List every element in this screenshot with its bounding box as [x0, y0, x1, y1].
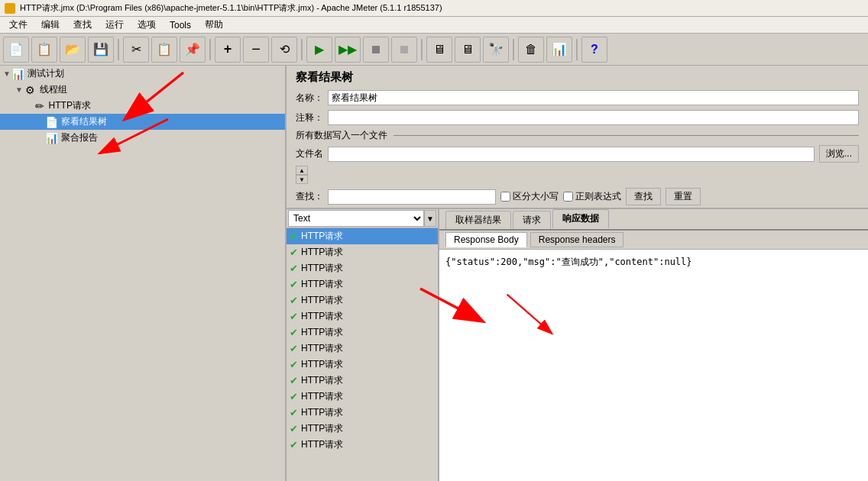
- response-tabs-row: Response Body Response headers: [439, 231, 868, 250]
- check-icon-2: ✔: [290, 263, 298, 274]
- request-item-2[interactable]: ✔ HTTP请求: [287, 260, 438, 276]
- reset-button[interactable]: 重置: [666, 188, 701, 205]
- request-item-9[interactable]: ✔ HTTP请求: [287, 373, 438, 389]
- browse-button[interactable]: 浏览...: [819, 145, 859, 163]
- menu-find[interactable]: 查找: [67, 17, 98, 33]
- check-icon-6: ✔: [290, 327, 298, 338]
- result-list-container: Text JSON XML HTML ▼ ✔ HTTP请求 ✔ HTT: [287, 209, 439, 481]
- tab-request[interactable]: 请求: [513, 211, 551, 229]
- new-button[interactable]: 📄: [3, 37, 29, 63]
- remote-start-button[interactable]: 🖥: [426, 37, 452, 63]
- find-button[interactable]: 查找: [626, 188, 661, 205]
- remote-stop-button[interactable]: 🖥: [455, 37, 481, 63]
- tree-item-aggregate-report[interactable]: 📊 聚合报告: [0, 130, 285, 146]
- tree-item-result-tree[interactable]: 📄 察看结果树: [0, 114, 285, 130]
- result-tree-icon: 📄: [46, 116, 58, 128]
- http-request-icon: ✏: [34, 100, 46, 112]
- menu-options[interactable]: 选项: [131, 17, 162, 33]
- comment-row: 注释：: [287, 108, 868, 128]
- request-item-3[interactable]: ✔ HTTP请求: [287, 276, 438, 292]
- response-tab-headers[interactable]: Response headers: [530, 232, 624, 247]
- run-nopause-button[interactable]: ▶▶: [335, 37, 361, 63]
- request-item-6[interactable]: ✔ HTTP请求: [287, 324, 438, 341]
- binoculars-button[interactable]: 🔭: [483, 37, 509, 63]
- stop-now-button[interactable]: ⏹: [391, 37, 417, 63]
- tab-response-data[interactable]: 响应数据: [552, 209, 609, 229]
- request-item-5[interactable]: ✔ HTTP请求: [287, 308, 438, 324]
- copy-button[interactable]: 📋: [151, 37, 177, 63]
- tree-item-http-request[interactable]: ✏ HTTP请求: [0, 98, 285, 114]
- aggregate-icon: 📊: [46, 132, 58, 144]
- tab-sampler-result[interactable]: 取样器结果: [445, 211, 511, 229]
- arrow-thread-group: ▼: [15, 86, 23, 94]
- collapse-button[interactable]: −: [243, 37, 269, 63]
- comment-label: 注释：: [296, 111, 323, 124]
- request-label-0: HTTP请求: [301, 230, 343, 243]
- request-item-1[interactable]: ✔ HTTP请求: [287, 244, 438, 260]
- dropdown-arrow[interactable]: ▼: [424, 210, 436, 227]
- menu-tools[interactable]: Tools: [164, 18, 197, 32]
- arrow-http-request: [28, 102, 32, 110]
- check-icon-9: ✔: [290, 375, 298, 386]
- bottom-pane: Text JSON XML HTML ▼ ✔ HTTP请求 ✔ HTT: [287, 208, 868, 481]
- templates-button[interactable]: 📋: [31, 37, 57, 63]
- section-label: 所有数据写入一个文件: [287, 128, 868, 144]
- request-item-4[interactable]: ✔ HTTP请求: [287, 292, 438, 308]
- stop-button[interactable]: ⏹: [363, 37, 389, 63]
- response-text: {"status":200,"msg":"查询成功","content":nul…: [445, 257, 692, 267]
- scroll-down-btn[interactable]: ▼: [296, 175, 308, 184]
- check-icon-10: ✔: [290, 391, 298, 402]
- check-icon-5: ✔: [290, 311, 298, 322]
- clear-all-button[interactable]: 📊: [546, 37, 572, 63]
- scroll-up-btn[interactable]: ▲: [296, 166, 308, 175]
- menu-help[interactable]: 帮助: [199, 17, 229, 33]
- request-label-6: HTTP请求: [301, 326, 343, 339]
- clear-button[interactable]: 🗑: [518, 37, 544, 63]
- tree-label-result-tree: 察看结果树: [61, 115, 107, 128]
- run-button[interactable]: ▶: [306, 37, 332, 63]
- expand-button[interactable]: +: [215, 37, 241, 63]
- tree-label-thread-group: 线程组: [40, 83, 67, 96]
- response-tab-body[interactable]: Response Body: [445, 232, 527, 247]
- thread-group-icon: ⚙: [24, 84, 37, 96]
- name-label: 名称：: [296, 92, 323, 105]
- menu-run[interactable]: 运行: [99, 17, 130, 33]
- request-item-12[interactable]: ✔ HTTP请求: [287, 421, 438, 437]
- check-icon-3: ✔: [290, 279, 298, 290]
- comment-input[interactable]: [328, 110, 859, 125]
- arrow-result-tree: [40, 118, 44, 126]
- filename-input[interactable]: [328, 147, 815, 162]
- search-row: 查找： 区分大小写 正则表达式 查找 重置: [287, 186, 868, 208]
- filename-label: 文件名: [296, 147, 323, 160]
- help-button[interactable]: ?: [581, 37, 607, 63]
- menu-edit[interactable]: 编辑: [35, 17, 66, 33]
- title-text: HTTP请求.jmx (D:\Program Files (x86)\apach…: [20, 2, 442, 14]
- case-sensitive-checkbox[interactable]: [500, 192, 510, 202]
- menu-file[interactable]: 文件: [3, 17, 34, 33]
- cut-button[interactable]: ✂: [123, 37, 149, 63]
- title-bar: HTTP请求.jmx (D:\Program Files (x86)\apach…: [0, 0, 868, 17]
- test-plan-icon: 📊: [12, 68, 24, 80]
- toggle-button[interactable]: ⟲: [271, 37, 297, 63]
- request-label-3: HTTP请求: [301, 278, 343, 291]
- request-item-11[interactable]: ✔ HTTP请求: [287, 405, 438, 421]
- search-input[interactable]: [328, 189, 496, 205]
- request-label-12: HTTP请求: [301, 422, 343, 435]
- format-select[interactable]: Text JSON XML HTML: [288, 210, 424, 227]
- save-button[interactable]: 💾: [88, 37, 114, 63]
- name-input[interactable]: [328, 90, 859, 105]
- request-item-0[interactable]: ✔ HTTP请求: [287, 228, 438, 244]
- open-button[interactable]: 📂: [60, 37, 86, 63]
- regex-checkbox[interactable]: [563, 192, 573, 202]
- tree-item-test-plan[interactable]: ▼ 📊 测试计划: [0, 66, 285, 82]
- paste-button[interactable]: 📌: [180, 37, 206, 63]
- toolbar-sep-6: [576, 39, 578, 60]
- request-item-13[interactable]: ✔ HTTP请求: [287, 437, 438, 453]
- tree-item-thread-group[interactable]: ▼ ⚙ 线程组: [0, 82, 285, 98]
- request-item-10[interactable]: ✔ HTTP请求: [287, 389, 438, 405]
- request-list: ✔ HTTP请求 ✔ HTTP请求 ✔ HTTP请求 ✔ HTTP请求: [287, 228, 438, 481]
- request-item-7[interactable]: ✔ HTTP请求: [287, 341, 438, 357]
- request-item-8[interactable]: ✔ HTTP请求: [287, 357, 438, 373]
- filename-row: 文件名 浏览...: [287, 144, 868, 164]
- case-sensitive-label: 区分大小写: [500, 190, 559, 203]
